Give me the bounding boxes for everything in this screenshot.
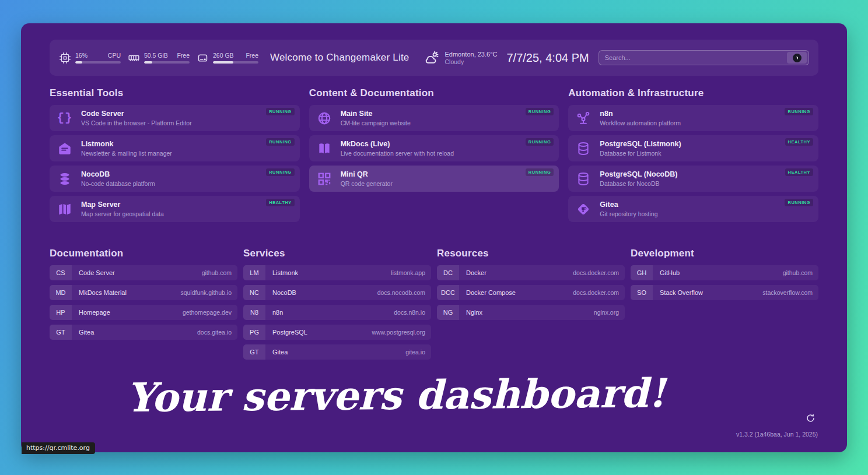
group-title: Automation & Infrastructure — [568, 87, 818, 99]
disk-stat-widget: 260 GB Free — [197, 52, 258, 64]
bookmark-name: Code Server — [79, 269, 115, 276]
service-group-content-documentation: Content & Documentation Main Site CM-lit… — [309, 87, 559, 192]
service-card-postgresql-listmonk[interactable]: PostgreSQL (Listmonk) Database for Listm… — [568, 135, 818, 161]
bookmark-postgresql[interactable]: PG PostgreSQL www.postgresql.org — [243, 325, 431, 340]
database-icon — [575, 171, 592, 187]
bookmark-docker[interactable]: DC Docker docs.docker.com — [437, 265, 625, 280]
status-badge: RUNNING — [526, 138, 554, 146]
workflow-icon — [575, 110, 592, 126]
service-groups: Essential Tools {} Code Server VS Code i… — [50, 87, 818, 222]
bookmark-name: Stack Overflow — [660, 289, 703, 296]
service-card-mkdocs[interactable]: MkDocs (Live) Live documentation server … — [309, 135, 559, 161]
bookmark-url: github.com — [202, 269, 237, 276]
bookmark-listmonk[interactable]: LM Listmonk listmonk.app — [243, 265, 431, 280]
braces-icon: {} — [57, 110, 73, 126]
memory-icon — [128, 52, 140, 64]
memory-stat-widget: 50.5 GiB Free — [128, 52, 190, 64]
bookmark-abbr: DCC — [437, 285, 459, 300]
database-icon — [57, 171, 73, 187]
bookmark-url: docs.n8n.io — [394, 309, 431, 316]
bookmark-name: Homepage — [79, 309, 110, 316]
group-title: Development — [631, 248, 818, 259]
weather-location: Edmonton, 23.6°C — [444, 51, 497, 58]
bookmark-url: github.com — [783, 269, 818, 276]
bookmark-name: PostgreSQL — [272, 329, 307, 336]
bookmark-name: Listmonk — [272, 269, 298, 276]
bookmark-nocodb[interactable]: NC NocoDB docs.nocodb.com — [243, 285, 431, 300]
service-card-code-server[interactable]: {} Code Server VS Code in the browser - … — [50, 105, 300, 131]
service-description: Git repository hosting — [600, 210, 657, 217]
service-name: Gitea — [600, 200, 657, 209]
service-card-n8n[interactable]: n8n Workflow automation platform RUNNING — [568, 105, 818, 131]
bookmark-abbr: NC — [243, 285, 265, 300]
service-card-listmonk[interactable]: Listmonk Newsletter & mailing list manag… — [50, 135, 300, 161]
service-card-gitea[interactable]: Gitea Git repository hosting RUNNING — [568, 196, 818, 222]
service-card-postgresql-nocodb[interactable]: PostgreSQL (NocoDB) Database for NocoDB … — [568, 166, 818, 192]
tagline-text: Your servers dashboard! — [21, 368, 772, 421]
service-description: Database for Listmonk — [600, 150, 681, 157]
bookmark-url: listmonk.app — [391, 269, 431, 276]
group-title: Documentation — [50, 248, 237, 259]
map-icon — [57, 201, 73, 217]
bookmark-abbr: SO — [631, 285, 653, 300]
status-badge: HEALTHY — [266, 199, 294, 206]
bookmark-groups: Documentation CS Code Server github.com … — [50, 248, 818, 360]
gitea-icon — [575, 201, 592, 217]
bookmark-name: Nginx — [466, 309, 482, 316]
bookmark-nginx[interactable]: NG Nginx nginx.org — [437, 305, 625, 320]
refresh-icon[interactable] — [805, 413, 816, 424]
bookmark-abbr: GT — [50, 325, 72, 340]
bookmark-stack-overflow[interactable]: SO Stack Overflow stackoverflow.com — [631, 285, 818, 300]
bookmark-abbr: LM — [243, 265, 265, 280]
bookmark-group-services: Services LM Listmonk listmonk.app NC Noc… — [243, 248, 431, 360]
status-badge: RUNNING — [526, 168, 554, 176]
service-card-nocodb[interactable]: NocoDB No-code database platform RUNNING — [50, 166, 300, 192]
globe-icon — [316, 110, 332, 126]
bookmark-url: docs.gitea.io — [197, 329, 237, 336]
disk-icon — [197, 52, 209, 64]
bookmark-mkdocs-material[interactable]: MD MkDocs Material squidfunk.github.io — [50, 285, 237, 300]
service-name: NocoDB — [81, 170, 155, 178]
bookmark-n8n[interactable]: N8 n8n docs.n8n.io — [243, 305, 431, 320]
bookmark-gitea-docs[interactable]: GT Gitea docs.gitea.io — [50, 325, 237, 340]
service-description: Map server for geospatial data — [81, 210, 164, 217]
qr-code-icon — [316, 171, 332, 187]
service-name: n8n — [600, 110, 681, 118]
search-engine-button[interactable] — [787, 52, 807, 64]
service-name: Mini QR — [341, 170, 393, 178]
bookmark-url: gitea.io — [405, 349, 431, 356]
bookmark-url: docs.docker.com — [573, 289, 625, 296]
service-name: MkDocs (Live) — [341, 140, 454, 148]
service-card-map-server[interactable]: Map Server Map server for geospatial dat… — [50, 196, 300, 222]
bookmark-url: www.postgresql.org — [372, 329, 431, 336]
service-description: CM-lite campaign website — [341, 119, 411, 126]
bookmark-url: squidfunk.github.io — [180, 289, 237, 296]
datetime-display: 7/7/25, 4:04 PM — [507, 51, 589, 65]
service-card-mini-qr[interactable]: Mini QR QR code generator RUNNING — [309, 166, 559, 192]
bookmark-abbr: N8 — [243, 305, 265, 320]
bookmark-code-server[interactable]: CS Code Server github.com — [50, 265, 237, 280]
service-card-main-site[interactable]: Main Site CM-lite campaign website RUNNI… — [309, 105, 559, 131]
group-title: Essential Tools — [50, 87, 300, 99]
bookmark-gitea[interactable]: GT Gitea gitea.io — [243, 344, 431, 360]
link-status-tooltip: https://qr.cmlite.org — [22, 442, 95, 454]
search-bar[interactable] — [598, 50, 809, 65]
bookmark-name: Docker Compose — [466, 289, 516, 296]
bookmark-docker-compose[interactable]: DCC Docker Compose docs.docker.com — [437, 285, 625, 300]
bookmark-url: docs.docker.com — [573, 269, 625, 276]
weather-condition: Cloudy — [444, 58, 497, 65]
bookmark-name: Docker — [466, 269, 487, 276]
service-name: Code Server — [81, 110, 192, 118]
weather-widget[interactable]: Edmonton, 23.6°C Cloudy — [424, 50, 497, 66]
search-input[interactable] — [605, 54, 782, 61]
bookmark-homepage[interactable]: HP Homepage gethomepage.dev — [50, 305, 237, 320]
bookmark-name: Gitea — [272, 349, 288, 356]
memory-progress-bar — [144, 61, 190, 64]
bookmark-abbr: NG — [437, 305, 459, 320]
bookmark-github[interactable]: GH GitHub github.com — [631, 265, 818, 280]
bookmark-url: gethomepage.dev — [183, 309, 237, 316]
duckduckgo-icon — [793, 54, 802, 62]
bookmark-group-resources: Resources DC Docker docs.docker.com DCC … — [437, 248, 625, 320]
cpu-value: 16% — [75, 52, 88, 59]
database-icon — [575, 140, 592, 157]
